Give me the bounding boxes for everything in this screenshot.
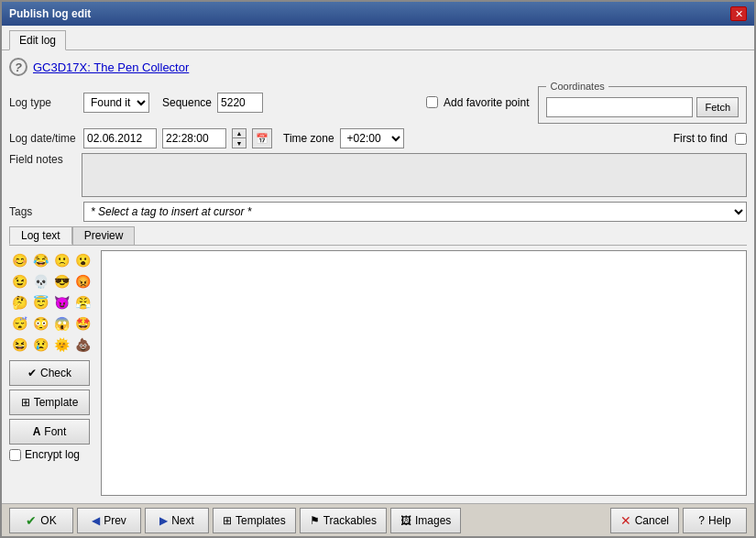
emoji-1[interactable]: 😊 — [9, 250, 29, 270]
emoji-15[interactable]: 😱 — [51, 313, 71, 334]
emoji-9[interactable]: 🤔 — [9, 292, 29, 313]
emoji-12[interactable]: 😤 — [72, 292, 93, 313]
coordinates-legend: Coordinates — [546, 81, 608, 92]
first-to-find-label: First to find — [674, 132, 728, 145]
emoji-14[interactable]: 😳 — [30, 313, 50, 334]
window-title: Publish log edit — [9, 7, 91, 20]
time-input[interactable] — [162, 128, 226, 148]
field-notes-label: Field notes — [9, 153, 78, 166]
tab-edit-log[interactable]: Edit log — [9, 30, 66, 50]
ok-icon: ✔ — [26, 513, 37, 528]
prev-icon: ◀ — [92, 514, 100, 527]
sequence-input[interactable] — [217, 93, 263, 113]
fetch-button[interactable]: Fetch — [696, 97, 739, 117]
left-panel: 😊 😂 🙁 😮 😉 💀 😎 😡 🤔 😇 😈 😤 😴 😳 😱 🤩 — [9, 250, 97, 496]
emoji-16[interactable]: 🤩 — [72, 313, 93, 334]
cache-link[interactable]: GC3D17X: The Pen Collector — [33, 60, 189, 74]
emoji-17[interactable]: 😆 — [9, 335, 29, 355]
time-spinner: ▲ ▼ — [232, 128, 247, 148]
title-bar: Publish log edit ✕ — [2, 2, 754, 26]
log-type-row: Log type Found it Sequence Add favorite … — [9, 81, 747, 124]
text-area-panel — [101, 250, 747, 496]
bottom-bar: ✔ OK ◀ Prev ▶ Next ⊞ Templates ⚑ Trackab… — [2, 503, 754, 536]
check-icon: ✔ — [27, 367, 37, 379]
inner-tab-preview[interactable]: Preview — [72, 226, 136, 245]
time-down-btn[interactable]: ▼ — [233, 138, 246, 148]
timezone-select[interactable]: +02:00 — [340, 128, 404, 148]
emoji-6[interactable]: 💀 — [30, 271, 50, 291]
tags-label: Tags — [9, 205, 78, 218]
emoji-5[interactable]: 😉 — [9, 271, 29, 291]
cache-row: ? GC3D17X: The Pen Collector — [9, 58, 747, 76]
template-icon: ⊞ — [21, 396, 30, 409]
tab-bar: Edit log — [2, 26, 754, 50]
emoji-7[interactable]: 😎 — [51, 271, 71, 291]
encrypt-label: Encrypt log — [25, 448, 80, 461]
trackables-button[interactable]: ⚑ Trackables — [300, 508, 387, 533]
encrypt-row: Encrypt log — [9, 448, 97, 461]
encrypt-checkbox[interactable] — [9, 449, 21, 461]
add-favorite-label: Add favorite point — [444, 96, 529, 109]
check-button[interactable]: ✔ Check — [9, 360, 90, 386]
help-button[interactable]: ? Help — [683, 508, 747, 533]
font-icon: A — [33, 425, 41, 438]
font-button[interactable]: A Font — [9, 419, 90, 445]
tags-row: Tags * Select a tag to insert at cursor … — [9, 202, 747, 222]
first-to-find-checkbox[interactable] — [735, 133, 747, 145]
emoji-20[interactable]: 💩 — [72, 335, 93, 355]
field-notes-textarea[interactable] — [82, 153, 747, 197]
add-favorite-checkbox[interactable] — [426, 96, 438, 108]
field-notes-row: Field notes — [9, 153, 747, 197]
ok-button[interactable]: ✔ OK — [9, 508, 73, 533]
templates-icon: ⊞ — [223, 514, 232, 527]
template-button[interactable]: ⊞ Template — [9, 390, 90, 415]
images-icon: 🖼 — [400, 514, 411, 527]
trackables-icon: ⚑ — [310, 514, 320, 527]
log-type-select[interactable]: Found it — [83, 93, 149, 113]
main-editor-area: 😊 😂 🙁 😮 😉 💀 😎 😡 🤔 😇 😈 😤 😴 😳 😱 🤩 — [9, 250, 747, 496]
log-type-label: Log type — [9, 96, 78, 109]
sequence-label: Sequence — [162, 96, 212, 109]
help-btn-icon: ? — [698, 514, 705, 527]
time-up-btn[interactable]: ▲ — [233, 129, 246, 138]
templates-button[interactable]: ⊞ Templates — [213, 508, 296, 533]
images-button[interactable]: 🖼 Images — [390, 508, 461, 533]
next-button[interactable]: ▶ Next — [145, 508, 209, 533]
datetime-row: Log date/time ▲ ▼ 📅 Time zone +02:00 Fir… — [9, 128, 747, 148]
emoji-4[interactable]: 😮 — [72, 250, 93, 270]
coordinates-group: Coordinates Fetch — [538, 81, 747, 124]
cancel-icon: ✕ — [620, 513, 631, 528]
text-area-container — [101, 250, 747, 496]
next-icon: ▶ — [159, 514, 168, 527]
timezone-label: Time zone — [283, 132, 334, 145]
calendar-btn[interactable]: 📅 — [252, 128, 272, 148]
emoji-18[interactable]: 😢 — [30, 335, 50, 355]
emoji-8[interactable]: 😡 — [72, 271, 93, 291]
emoji-10[interactable]: 😇 — [30, 292, 50, 313]
coordinates-input[interactable] — [546, 97, 693, 117]
date-input[interactable] — [83, 128, 157, 148]
emoji-13[interactable]: 😴 — [9, 313, 29, 334]
main-window: Publish log edit ✕ Edit log ? GC3D17X: T… — [0, 0, 756, 538]
inner-tab-bar: Log text Preview — [9, 226, 747, 246]
prev-button[interactable]: ◀ Prev — [77, 508, 141, 533]
cancel-button[interactable]: ✕ Cancel — [610, 508, 679, 533]
close-button[interactable]: ✕ — [730, 6, 747, 21]
emoji-19[interactable]: 🌞 — [51, 335, 71, 355]
tags-select[interactable]: * Select a tag to insert at cursor * — [83, 202, 747, 222]
emoji-grid: 😊 😂 🙁 😮 😉 💀 😎 😡 🤔 😇 😈 😤 😴 😳 😱 🤩 — [9, 250, 97, 355]
emoji-3[interactable]: 🙁 — [51, 250, 71, 270]
inner-tab-log-text[interactable]: Log text — [9, 226, 72, 245]
emoji-2[interactable]: 😂 — [30, 250, 50, 270]
content-area: ? GC3D17X: The Pen Collector Log type Fo… — [2, 50, 754, 503]
log-text-area[interactable] — [101, 250, 747, 496]
help-icon[interactable]: ? — [9, 58, 27, 76]
datetime-label: Log date/time — [9, 132, 78, 145]
emoji-11[interactable]: 😈 — [51, 292, 71, 313]
